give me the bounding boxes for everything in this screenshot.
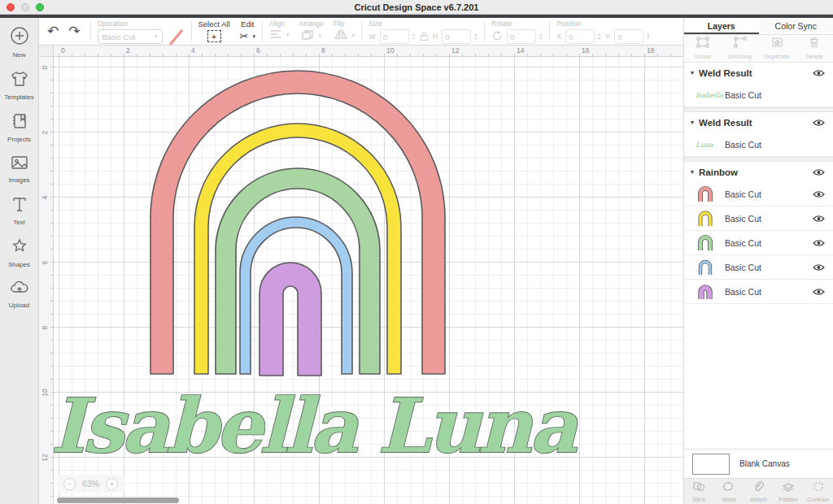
y-position-input[interactable] — [614, 29, 643, 44]
ungroup-button[interactable]: UnGroup — [722, 35, 759, 62]
edit-group: Edit ✂ ▾ — [235, 18, 260, 45]
sidebar-item-shapes[interactable]: Shapes — [0, 237, 39, 268]
artwork-name-text[interactable]: Isabella Luna — [54, 382, 578, 470]
slice-button[interactable]: Slice — [684, 479, 714, 504]
layer-thumbnail — [696, 209, 720, 228]
visibility-eye-icon[interactable] — [812, 69, 825, 77]
flip-label: Flip — [334, 20, 355, 28]
visibility-eye-icon[interactable] — [812, 239, 825, 247]
visibility-eye-icon[interactable] — [812, 215, 825, 223]
sidebar-item-text[interactable]: Text — [0, 195, 39, 226]
ruler-mark: 10 — [41, 389, 49, 397]
layer-group-weld-2[interactable]: ▾ Weld Result — [684, 112, 833, 133]
duplicate-button[interactable]: Duplicate — [759, 35, 796, 62]
titlebar: Cricut Design Space v6.7.201 — [0, 0, 833, 15]
visibility-eye-icon[interactable] — [812, 263, 825, 272]
rainbow-artwork[interactable] — [150, 71, 445, 376]
sidebar-item-label: Images — [8, 176, 29, 184]
height-stepper[interactable]: ▲▼ — [473, 33, 478, 41]
redo-button[interactable]: ↷ — [68, 24, 80, 38]
sidebar-item-new[interactable]: New — [0, 26, 39, 59]
blank-canvas-row[interactable]: Blank Canvas — [684, 449, 833, 478]
visibility-eye-icon[interactable] — [812, 168, 825, 176]
arrange-button[interactable]: ▾ — [299, 29, 324, 42]
y-stepper[interactable]: ▲▼ — [646, 33, 650, 41]
visibility-eye-icon[interactable] — [812, 190, 825, 198]
layer-thumbnail — [696, 233, 720, 253]
ruler-mark: 2 — [126, 46, 130, 54]
visibility-eye-icon[interactable] — [812, 119, 825, 127]
canvas-color-swatch[interactable] — [692, 454, 730, 475]
canvas-artwork: Isabella Luna — [54, 57, 683, 504]
zoom-out-button[interactable]: − — [63, 478, 76, 490]
blank-canvas-label: Blank Canvas — [739, 459, 790, 468]
operation-select[interactable]: Basic Cut ▾ — [98, 29, 163, 44]
layer-row-arch-yellow[interactable]: Basic Cut — [684, 206, 833, 231]
layer-group-name: Weld Result — [699, 118, 812, 128]
disclosure-triangle-icon[interactable]: ▾ — [691, 69, 694, 76]
visibility-eye-icon[interactable] — [812, 288, 825, 296]
align-button[interactable]: ▾ — [269, 29, 290, 41]
delete-button[interactable]: Delete — [796, 35, 833, 62]
disclosure-triangle-icon[interactable]: ▾ — [691, 119, 694, 126]
contour-button[interactable]: Contour — [803, 479, 833, 504]
chevron-down-icon: ▾ — [352, 33, 355, 39]
action-label: Delete — [805, 53, 823, 60]
ruler-mark: 10 — [386, 46, 394, 54]
select-all-label: Select All — [198, 20, 230, 28]
group-button[interactable]: Group — [684, 35, 722, 62]
select-all-button[interactable]: + — [207, 30, 221, 42]
cloud-upload-icon — [10, 280, 29, 299]
attach-button[interactable]: Attach — [744, 479, 774, 504]
paperclip-icon — [752, 480, 764, 495]
flatten-button[interactable]: Flatten — [774, 479, 804, 504]
position-label: Position — [556, 20, 650, 28]
layer-group-weld-1[interactable]: ▾ Weld Result — [684, 63, 833, 83]
lock-icon[interactable] — [420, 31, 429, 43]
layer-row-arch-coral[interactable]: Basic Cut — [684, 182, 833, 206]
height-input[interactable] — [442, 29, 471, 44]
layer-row-arch-purple[interactable]: Basic Cut — [684, 280, 833, 304]
undo-button[interactable]: ↶ — [47, 24, 59, 38]
rotate-input[interactable] — [507, 29, 536, 44]
rotate-stepper[interactable]: ▲▼ — [539, 33, 543, 41]
layer-group-rainbow[interactable]: ▾ Rainbow — [684, 162, 833, 182]
layer-type-label: Basic Cut — [725, 90, 825, 100]
flip-icon — [334, 29, 348, 41]
layer-type-label: Basic Cut — [725, 214, 812, 224]
sidebar-item-label: New — [12, 51, 25, 59]
edit-menu-button[interactable]: ✂ ▾ — [240, 30, 255, 42]
layer-row-luna[interactable]: Luna Basic Cut — [684, 133, 833, 157]
weld-button[interactable]: Weld — [714, 479, 744, 504]
width-input[interactable] — [380, 29, 409, 44]
canvas-grid[interactable]: Isabella Luna − 63% + — [54, 57, 683, 504]
sidebar-item-upload[interactable]: Upload — [0, 280, 39, 309]
arrange-group: Arrange ▾ — [294, 18, 329, 45]
tab-color-sync[interactable]: Color Sync — [759, 18, 833, 34]
rainbow-arch-blue[interactable] — [240, 217, 352, 374]
ruler-mark: 0 — [61, 46, 65, 54]
horizontal-scrollbar[interactable] — [57, 497, 179, 503]
sidebar-item-projects[interactable]: Projects — [0, 112, 39, 143]
pen-color-swatch[interactable] — [167, 29, 185, 44]
sidebar-item-label: Text — [13, 219, 25, 226]
width-stepper[interactable]: ▲▼ — [412, 33, 416, 41]
layer-row-arch-green[interactable]: Basic Cut — [684, 231, 833, 255]
sidebar-item-templates[interactable]: Templates — [0, 70, 39, 101]
layer-thumbnail — [696, 258, 720, 277]
x-stepper[interactable]: ▲▼ — [597, 33, 601, 41]
layer-row-arch-blue[interactable]: Basic Cut — [684, 255, 833, 280]
ruler-mark: 0 — [41, 63, 49, 72]
tab-layers[interactable]: Layers — [684, 18, 759, 34]
zoom-in-button[interactable]: + — [106, 478, 118, 490]
sidebar-item-label: Projects — [7, 136, 31, 143]
chevron-down-icon: ▾ — [318, 33, 321, 39]
layer-row-isabella[interactable]: Isabella Basic Cut — [684, 83, 833, 107]
contour-icon — [813, 480, 824, 495]
rainbow-arch-purple[interactable] — [259, 263, 321, 376]
action-label: Group — [694, 53, 711, 60]
x-position-input[interactable] — [565, 29, 595, 44]
flip-button[interactable]: ▾ — [334, 29, 355, 41]
sidebar-item-images[interactable]: Images — [0, 154, 39, 184]
disclosure-triangle-icon[interactable]: ▾ — [691, 168, 694, 176]
